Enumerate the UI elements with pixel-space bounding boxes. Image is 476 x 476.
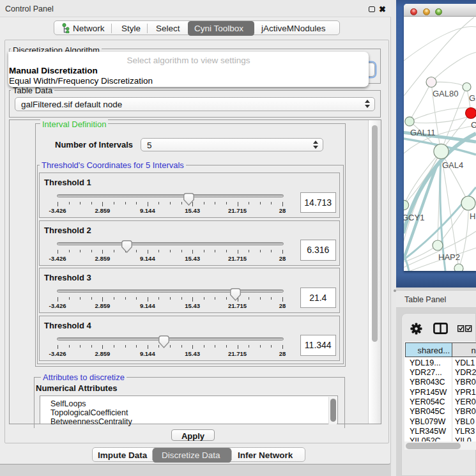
svg-text:GCY1: GCY1 [404, 213, 424, 222]
svg-text:GAL11: GAL11 [410, 128, 436, 137]
svg-text:GAL4: GAL4 [442, 160, 463, 170]
svg-text:C: C [471, 120, 476, 130]
svg-text:G.: G. [469, 93, 476, 103]
svg-text:HAP2: HAP2 [438, 252, 460, 262]
svg-text:GAL80: GAL80 [433, 89, 458, 98]
svg-text:H: H [470, 211, 475, 221]
